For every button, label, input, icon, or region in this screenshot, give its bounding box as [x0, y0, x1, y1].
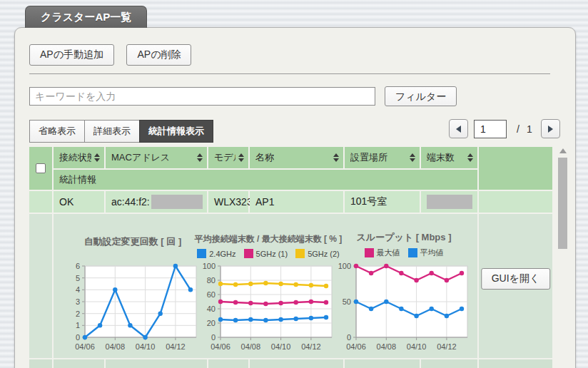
- header-empty-cell: [479, 147, 552, 190]
- legend-item: 2.4GHz: [197, 249, 235, 258]
- sort-icon[interactable]: [465, 153, 473, 162]
- svg-text:04/08: 04/08: [106, 342, 126, 351]
- chevron-left-icon: [456, 126, 461, 133]
- svg-text:60: 60: [207, 290, 216, 299]
- main-panel: APの手動追加 APの削除 フィルター 省略表示 詳細表示 統計情報表示 / 1…: [14, 27, 576, 368]
- view-mode-tabs: 省略表示 詳細表示 統計情報表示: [29, 120, 213, 143]
- cell-status: OK: [54, 191, 104, 213]
- sort-icon[interactable]: [91, 153, 100, 162]
- pagination: / 1: [449, 119, 560, 138]
- svg-text:04/12: 04/12: [437, 342, 457, 351]
- svg-text:04/12: 04/12: [166, 342, 186, 351]
- row-checkbox-cell: [29, 191, 52, 213]
- line-chart-plot: 05010004/0604/0804/1004/12: [336, 262, 472, 357]
- svg-text:04/08: 04/08: [241, 342, 261, 351]
- header-model[interactable]: モデル: [208, 147, 248, 168]
- delete-ap-button[interactable]: APの削除: [126, 44, 191, 66]
- row-empty-cell: [479, 191, 552, 213]
- chart-title: 自動設定変更回数 [ 回 ]: [84, 235, 182, 248]
- table-scrollbar: [557, 147, 569, 368]
- svg-text:50: 50: [343, 297, 351, 306]
- partial-row-cell: [421, 359, 477, 368]
- chart-title: 平均接続端末数 / 最大接続端末数 [ % ]: [195, 233, 343, 245]
- partial-row-cell: [29, 359, 52, 368]
- keyword-search-input[interactable]: [29, 87, 375, 106]
- chevron-right-icon: [548, 126, 553, 133]
- header-terminal-count[interactable]: 端末数: [421, 147, 477, 168]
- svg-text:04/08: 04/08: [377, 342, 397, 351]
- chart-connected-terminals: 平均接続端末数 / 最大接続端末数 [ % ] 2.4GHz5GHz (1)5G…: [201, 223, 336, 357]
- sort-icon[interactable]: [194, 153, 203, 162]
- mac-prefix: ac:44:f2:: [111, 196, 150, 208]
- page-title: クラスターAP一覧: [41, 11, 131, 23]
- chart-title: スループット [ Mbps ]: [357, 231, 452, 244]
- legend-swatch: [295, 249, 305, 258]
- cell-location: 101号室: [345, 191, 420, 213]
- select-all-cell: [29, 147, 52, 190]
- svg-text:04/10: 04/10: [271, 342, 291, 351]
- tab-summary-view[interactable]: 省略表示: [29, 120, 85, 143]
- svg-text:80: 80: [207, 276, 216, 285]
- legend-item: 5GHz (2): [295, 249, 340, 258]
- prev-page-button[interactable]: [449, 119, 468, 138]
- svg-text:4: 4: [76, 285, 80, 294]
- sort-icon[interactable]: [235, 153, 244, 162]
- chart-throughput: スループット [ Mbps ] 最大値平均値05010004/0604/0804…: [336, 223, 472, 357]
- partial-row-cell: [106, 359, 207, 368]
- svg-text:6: 6: [76, 262, 80, 270]
- header-connection-status[interactable]: 接続状態: [54, 147, 104, 168]
- next-page-button[interactable]: [541, 119, 560, 138]
- cell-terminal-count: [421, 191, 477, 213]
- svg-text:04/06: 04/06: [211, 342, 230, 351]
- page-number-input[interactable]: [474, 120, 507, 138]
- scrollbar-thumb[interactable]: [558, 158, 567, 249]
- svg-text:04/06: 04/06: [75, 342, 95, 351]
- filter-button[interactable]: フィルター: [385, 86, 457, 106]
- line-chart-plot: 012345604/0604/0804/1004/12: [65, 262, 201, 357]
- chart-legend: 2.4GHz5GHz (1)5GHz (2): [197, 249, 340, 258]
- scroll-up-icon[interactable]: [559, 148, 567, 153]
- page-total: 1: [527, 123, 532, 135]
- line-chart-plot: 02040608010004/0604/0804/1004/12: [201, 262, 336, 357]
- legend-item: 平均値: [408, 247, 444, 258]
- header-location[interactable]: 設置場所: [345, 147, 420, 168]
- svg-text:0: 0: [76, 333, 80, 342]
- legend-swatch: [408, 248, 417, 257]
- chart-legend: 最大値平均値: [365, 247, 444, 258]
- cell-name: AP1: [250, 191, 343, 213]
- partial-row-cell: [479, 359, 552, 368]
- gui-button-cell: GUIを開く: [479, 214, 552, 358]
- sort-icon[interactable]: [330, 153, 339, 162]
- partial-row-cell: [54, 359, 104, 368]
- svg-text:04/06: 04/06: [346, 342, 366, 351]
- svg-text:0: 0: [211, 333, 216, 342]
- open-gui-button[interactable]: GUIを開く: [481, 268, 551, 290]
- statistics-charts-cell: 自動設定変更回数 [ 回 ] 012345604/0604/0804/1004/…: [54, 214, 477, 358]
- svg-text:5: 5: [76, 274, 80, 282]
- legend-item: 5GHz (1): [244, 249, 288, 258]
- svg-text:04/10: 04/10: [407, 342, 427, 351]
- legend-swatch: [244, 249, 253, 258]
- sort-icon[interactable]: [407, 153, 415, 162]
- select-all-checkbox[interactable]: [36, 163, 46, 173]
- stats-checkbox-cell: [29, 214, 52, 358]
- separator-line: [29, 73, 550, 74]
- redacted-count-box: [427, 195, 472, 209]
- add-ap-button[interactable]: APの手動追加: [29, 44, 114, 66]
- partial-row-cell: [250, 359, 343, 368]
- legend-swatch: [197, 249, 206, 258]
- cell-model: WLX323: [208, 191, 248, 213]
- chart-auto-config-changes: 自動設定変更回数 [ 回 ] 012345604/0604/0804/1004/…: [65, 223, 201, 357]
- page-separator: /: [517, 123, 519, 135]
- tab-statistics-view[interactable]: 統計情報表示: [139, 120, 213, 143]
- svg-text:20: 20: [207, 319, 216, 327]
- page-title-tab: クラスターAP一覧: [25, 6, 147, 28]
- subheader-statistics: 統計情報: [54, 170, 477, 190]
- svg-text:1: 1: [76, 321, 80, 329]
- tab-detail-view[interactable]: 詳細表示: [84, 120, 140, 143]
- svg-text:40: 40: [207, 305, 216, 313]
- header-mac-address[interactable]: MACアドレス: [106, 147, 207, 168]
- svg-text:100: 100: [338, 262, 351, 270]
- header-name[interactable]: 名称: [250, 147, 343, 168]
- svg-text:2: 2: [76, 310, 80, 318]
